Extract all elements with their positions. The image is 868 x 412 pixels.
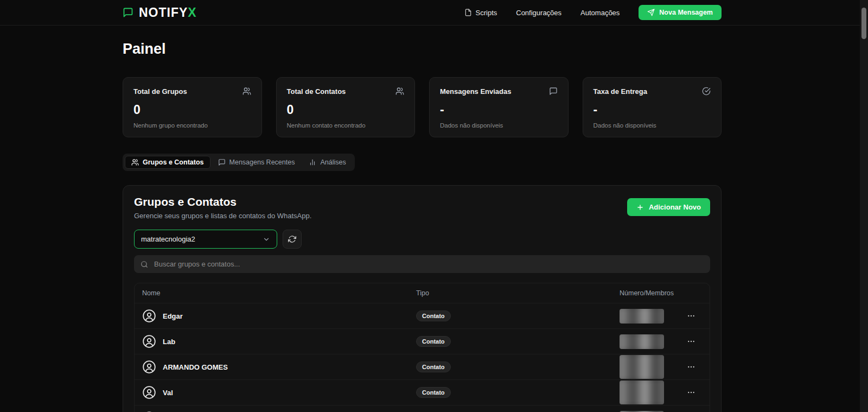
redacted-number (620, 334, 664, 349)
redacted-number (620, 381, 664, 404)
table-row: Lab Contato (135, 328, 710, 354)
stat-card-subtitle: Nenhum contato encontrado (287, 122, 405, 129)
app-logo[interactable]: NOTIFYX (123, 5, 197, 20)
row-actions-button[interactable] (684, 334, 699, 349)
table-row: ARMANDO GOMES Contato (135, 354, 710, 379)
user-avatar-icon (142, 385, 156, 400)
stat-card-taxa-entrega: Taxa de Entrega - Dados não disponíveis (583, 77, 722, 137)
contact-name: Val (163, 389, 173, 397)
type-badge: Contato (416, 336, 451, 347)
stat-card-title: Taxa de Entrega (593, 87, 647, 96)
users-icon (242, 87, 251, 96)
contact-name: Edgar (163, 312, 183, 320)
nav-label: Configurações (516, 9, 561, 17)
scrollbar-thumb[interactable] (861, 8, 866, 39)
contacts-table: Nome Tipo Número/Membros Edgar Contato (134, 283, 710, 412)
new-message-label: Nova Mensagem (659, 9, 713, 16)
user-avatar-icon (142, 309, 156, 323)
nav-configuracoes[interactable]: Configurações (516, 9, 561, 17)
column-header-numero: Número/Membros (620, 289, 684, 297)
refresh-icon (288, 235, 296, 243)
column-header-tipo: Tipo (416, 289, 620, 297)
redacted-number (620, 309, 664, 324)
row-actions-button[interactable] (684, 359, 699, 375)
chat-icon (549, 87, 558, 96)
ellipsis-icon (687, 337, 695, 346)
contact-name: ARMANDO GOMES (163, 363, 228, 371)
table-row: Rodrigo Galhardo Contato (135, 405, 710, 412)
stat-card-value: 0 (133, 103, 251, 117)
tab-analises[interactable]: Análises (302, 156, 352, 169)
stat-card-total-grupos: Total de Grupos 0 Nenhum grupo encontrad… (123, 77, 262, 137)
tab-bar: Grupos e Contatos Mensagens Recentes Aná… (123, 154, 355, 171)
stat-card-total-contatos: Total de Contatos 0 Nenhum contato encon… (276, 77, 416, 137)
account-select[interactable]: matratecnologia2 (134, 230, 277, 249)
stat-card-subtitle: Dados não disponíveis (593, 122, 711, 129)
stat-card-subtitle: Nenhum grupo encontrado (133, 122, 251, 129)
logo-text: NOTIFYX (139, 5, 197, 20)
grupos-contatos-panel: Grupos e Contatos Gerencie seus grupos e… (123, 185, 722, 412)
top-bar: NOTIFYX Scripts Configurações Automações… (0, 0, 868, 26)
nav-label: Automações (580, 9, 620, 17)
stat-card-title: Total de Grupos (133, 87, 187, 96)
top-nav: Scripts Configurações Automações Nova Me… (464, 5, 722, 20)
stat-card-value: - (593, 103, 711, 117)
redacted-number (620, 355, 664, 379)
tab-label: Mensagens Recentes (229, 159, 295, 166)
check-circle-icon (702, 87, 711, 96)
type-badge: Contato (416, 362, 451, 372)
file-icon (464, 9, 472, 16)
chevron-down-icon (263, 236, 270, 243)
type-badge: Contato (416, 310, 451, 321)
ellipsis-icon (687, 312, 695, 320)
tab-label: Grupos e Contatos (143, 159, 204, 166)
stat-card-value: 0 (287, 103, 405, 117)
tab-grupos-e-contatos[interactable]: Grupos e Contatos (125, 156, 210, 169)
new-message-button[interactable]: Nova Mensagem (639, 5, 722, 20)
column-header-nome: Nome (142, 289, 416, 297)
ellipsis-icon (687, 363, 695, 371)
refresh-button[interactable] (283, 230, 302, 249)
user-avatar-icon (142, 334, 156, 348)
stat-card-title: Mensagens Enviadas (440, 87, 512, 96)
row-actions-button[interactable] (684, 385, 699, 400)
search-icon (141, 261, 148, 268)
chart-icon (309, 159, 316, 166)
table-header: Nome Tipo Número/Membros (135, 283, 710, 303)
panel-subtitle: Gerencie seus grupos e listas de contato… (134, 212, 311, 220)
nav-automacoes[interactable]: Automações (580, 9, 620, 17)
type-badge: Contato (416, 387, 451, 398)
contact-name: Lab (163, 338, 175, 346)
stat-card-title: Total de Contatos (287, 87, 346, 96)
users-icon (131, 159, 139, 166)
chat-bubble-icon (123, 7, 133, 18)
users-icon (395, 87, 404, 96)
nav-label: Scripts (476, 9, 497, 17)
table-row: Edgar Contato (135, 303, 710, 328)
send-icon (647, 9, 655, 16)
stat-card-subtitle: Dados não disponíveis (440, 122, 558, 129)
chat-icon (218, 159, 226, 166)
add-new-button[interactable]: Adicionar Novo (627, 198, 710, 216)
tab-mensagens-recentes[interactable]: Mensagens Recentes (212, 156, 302, 169)
panel-title: Grupos e Contatos (134, 195, 311, 208)
stat-cards: Total de Grupos 0 Nenhum grupo encontrad… (123, 77, 722, 137)
row-actions-button[interactable] (684, 308, 699, 324)
page-scrollbar[interactable] (860, 0, 868, 412)
stat-card-mensagens-enviadas: Mensagens Enviadas - Dados não disponíve… (429, 77, 569, 137)
table-row: Val Contato (135, 379, 710, 405)
page-title: Painel (123, 41, 722, 58)
search-bar (134, 255, 710, 273)
tab-label: Análises (320, 159, 346, 166)
stat-card-value: - (440, 103, 558, 117)
nav-scripts[interactable]: Scripts (464, 9, 497, 17)
account-select-value: matratecnologia2 (141, 235, 195, 243)
user-avatar-icon (142, 360, 156, 374)
ellipsis-icon (687, 388, 695, 397)
plus-icon (636, 204, 644, 211)
add-new-label: Adicionar Novo (649, 203, 701, 211)
search-input[interactable] (153, 259, 704, 269)
